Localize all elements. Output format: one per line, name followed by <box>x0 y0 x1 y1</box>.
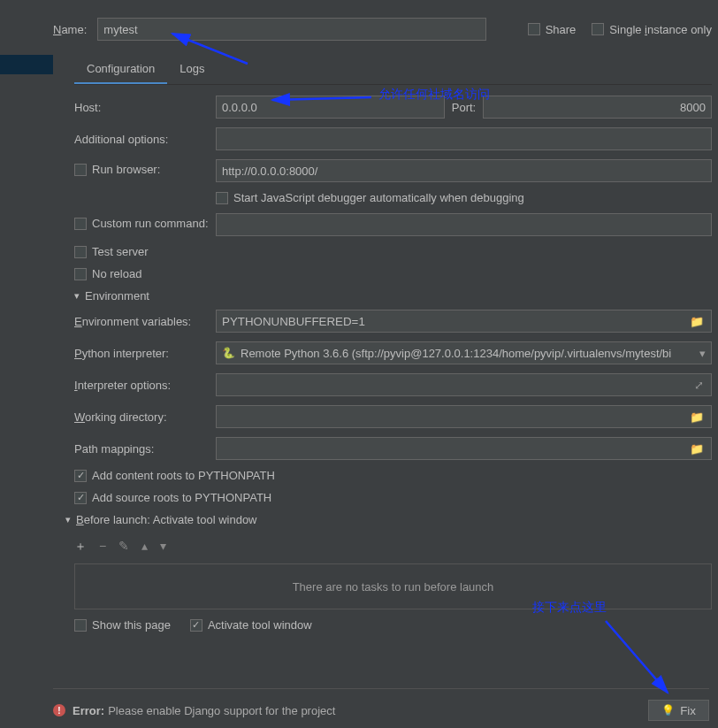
test-server-label: Test server <box>92 245 149 258</box>
move-down-button[interactable]: ▾ <box>160 539 166 555</box>
fix-button[interactable]: 💡 Fix <box>648 700 709 721</box>
show-this-page-checkbox[interactable]: Show this page <box>74 618 171 632</box>
run-browser-label: Run browser: <box>92 163 160 176</box>
add-source-roots-checkbox[interactable]: Add source roots to PYTHONPATH <box>74 491 271 504</box>
name-input[interactable] <box>97 18 486 41</box>
fix-button-label: Fix <box>680 704 696 717</box>
additional-options-input[interactable] <box>216 127 712 150</box>
run-browser-checkbox[interactable]: Run browser: <box>74 163 160 176</box>
folder-icon[interactable]: 📁 <box>683 410 711 424</box>
single-instance-label: Single instance only <box>609 23 712 36</box>
single-instance-checkbox[interactable]: Single instance only <box>592 23 712 36</box>
path-mappings-field[interactable]: 📁 <box>216 437 712 460</box>
error-label: Error: <box>73 704 104 717</box>
checkbox-icon <box>74 268 87 280</box>
show-page-label: Show this page <box>92 618 171 632</box>
before-launch-section-header[interactable]: Before launch: Activate tool window <box>65 513 712 526</box>
interpreter-value: Remote Python 3.6.6 (sftp://pyvip@127.0.… <box>241 347 694 360</box>
name-label: NName:ame: <box>53 23 87 36</box>
lightbulb-icon: 💡 <box>661 704 675 717</box>
tab-bar: Configuration Logs <box>74 57 712 85</box>
add-content-roots-label: Add content roots to PYTHONPATH <box>92 469 275 482</box>
path-mappings-label: Path mappings: <box>74 442 216 456</box>
add-source-roots-label: Add source roots to PYTHONPATH <box>92 491 271 504</box>
working-dir-input[interactable] <box>217 410 683 424</box>
add-content-roots-checkbox[interactable]: Add content roots to PYTHONPATH <box>74 469 275 482</box>
interpreter-options-field[interactable]: ⤢ <box>216 373 712 396</box>
additional-options-label: Additional options: <box>74 133 216 146</box>
no-tasks-text: There are no tasks to run before launch <box>293 580 494 594</box>
checkbox-icon <box>528 23 540 35</box>
share-label: Share <box>546 23 577 36</box>
chevron-down-icon: ▾ <box>699 347 706 360</box>
start-js-debugger-checkbox[interactable]: Start JavaScript debugger automatically … <box>216 191 524 204</box>
path-mappings-input[interactable] <box>217 442 683 456</box>
env-vars-label: Environment variables: <box>74 315 216 328</box>
environment-section-header[interactable]: Environment <box>74 289 712 303</box>
before-launch-title: Before launch: Activate tool window <box>76 513 257 526</box>
tab-logs[interactable]: Logs <box>167 57 217 84</box>
checkbox-icon <box>74 246 87 258</box>
port-input[interactable] <box>483 96 712 119</box>
error-message: Please enable Django support for the pro… <box>108 704 335 717</box>
custom-run-input[interactable] <box>216 213 712 236</box>
name-row: NName:ame: Share Single instance only <box>53 18 712 41</box>
checkbox-icon <box>74 218 87 230</box>
share-checkbox[interactable]: Share <box>528 23 577 36</box>
host-label: Host: <box>74 101 216 114</box>
error-icon: ! <box>53 704 65 717</box>
checkbox-icon <box>74 619 87 632</box>
interpreter-select[interactable]: 🐍 Remote Python 3.6.6 (sftp://pyvip@127.… <box>216 341 712 364</box>
start-js-label: Start JavaScript debugger automatically … <box>233 191 524 204</box>
checkbox-checked-icon <box>190 619 202 632</box>
no-reload-checkbox[interactable]: No reload <box>74 267 141 280</box>
remove-task-button[interactable]: − <box>99 539 106 555</box>
task-list: There are no tasks to run before launch <box>74 563 712 609</box>
working-dir-label: Working directory: <box>74 410 216 424</box>
checkbox-checked-icon <box>74 492 87 504</box>
run-browser-input[interactable] <box>216 159 712 182</box>
folder-icon[interactable]: 📁 <box>683 315 711 328</box>
python-icon: 🐍 <box>222 347 235 359</box>
activate-tool-window-checkbox[interactable]: Activate tool window <box>190 618 312 632</box>
custom-run-label: Custom run command: <box>92 217 209 230</box>
env-vars-field[interactable]: 📁 <box>216 310 712 333</box>
checkbox-icon <box>216 192 228 204</box>
port-label: Port: <box>452 101 476 114</box>
custom-run-checkbox[interactable]: Custom run command: <box>74 217 209 230</box>
expand-icon[interactable]: ⤢ <box>687 379 711 392</box>
interpreter-options-label: Interpreter options: <box>74 379 216 392</box>
folder-icon[interactable]: 📁 <box>683 442 711 456</box>
host-input[interactable] <box>216 96 445 119</box>
interpreter-options-input[interactable] <box>217 379 687 392</box>
working-dir-field[interactable]: 📁 <box>216 405 712 428</box>
no-reload-label: No reload <box>92 267 141 280</box>
interpreter-label: Python interpreter: <box>74 347 216 360</box>
environment-title: Environment <box>85 289 149 303</box>
env-vars-input[interactable] <box>217 315 683 328</box>
move-up-button[interactable]: ▴ <box>141 539 148 555</box>
svg-line-2 <box>606 621 668 693</box>
activate-tool-label: Activate tool window <box>208 618 312 632</box>
edit-task-button[interactable]: ✎ <box>118 539 129 555</box>
checkbox-icon <box>592 23 604 35</box>
add-task-button[interactable]: ＋ <box>74 539 87 555</box>
run-config-dialog: NName:ame: Share Single instance only Co… <box>53 18 712 632</box>
checkbox-icon <box>74 164 87 176</box>
test-server-checkbox[interactable]: Test server <box>74 245 149 258</box>
tab-configuration[interactable]: Configuration <box>74 57 167 84</box>
sidebar-selection <box>0 55 53 74</box>
task-toolbar: ＋ − ✎ ▴ ▾ <box>74 533 712 560</box>
error-bar: ! Error: Please enable Django support fo… <box>53 688 709 721</box>
checkbox-checked-icon <box>74 470 87 482</box>
